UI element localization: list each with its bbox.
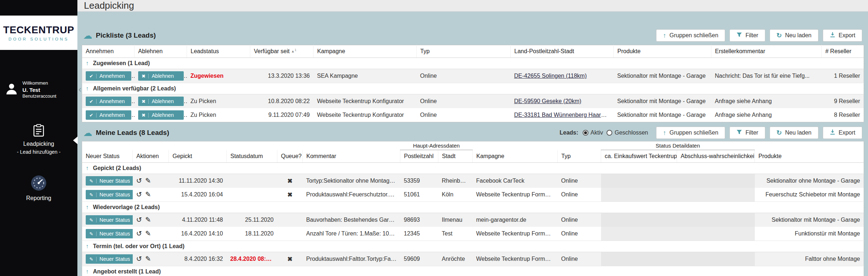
col-abschlusswahrscheinlichkeit[interactable]: Abschluss-wahrscheinlichkeit bbox=[677, 150, 755, 163]
reload-button[interactable]: ↻ Neu laden bbox=[770, 29, 818, 42]
col-typ[interactable]: Typ bbox=[417, 45, 511, 58]
filter-button[interactable]: Filter bbox=[729, 127, 765, 139]
annehmen-button[interactable]: ✔Annehmen bbox=[86, 97, 131, 106]
sidebar-item-leadpicking[interactable]: Leadpicking - Lead hinzufügen - bbox=[0, 124, 77, 155]
export-button[interactable]: Export bbox=[823, 127, 862, 139]
history-icon[interactable]: ↺ bbox=[136, 230, 142, 237]
col-aktionen[interactable]: Aktionen bbox=[133, 150, 169, 163]
radio-geschlossen-circle[interactable] bbox=[607, 130, 612, 136]
meine-leads-panel-header: ☁ Meine Leads (8 Leads) Leads: Aktiv Ges… bbox=[82, 124, 864, 141]
close-groups-button[interactable]: ↑ Gruppen schließen bbox=[656, 127, 725, 139]
ablehnen-button[interactable]: ✖Ablehnen bbox=[138, 71, 184, 81]
col-kampagne[interactable]: Kampagne bbox=[314, 45, 417, 58]
radio-aktiv[interactable]: Aktiv bbox=[583, 129, 603, 136]
col-produkte[interactable]: Produkte bbox=[614, 45, 711, 58]
neuer-status-button[interactable]: ✎Neuer Status bbox=[86, 215, 133, 225]
arrow-up-icon: ↑ bbox=[663, 32, 666, 39]
location-link[interactable]: DE-59590 Geseke (20km) bbox=[514, 98, 582, 104]
annehmen-button[interactable]: ✔Annehmen bbox=[86, 71, 131, 81]
location-link[interactable]: DE-33181 Bad Wünnenberg Haaren (37km) bbox=[514, 112, 614, 118]
col-land-plz-stadt[interactable]: Land-Postleitzahl-Stadt bbox=[511, 45, 614, 58]
collapse-group-icon[interactable]: ↑ bbox=[86, 268, 89, 275]
history-icon[interactable]: ↺ bbox=[136, 177, 142, 184]
collapse-group-icon[interactable]: ↑ bbox=[86, 243, 89, 249]
edit-icon[interactable]: ✎ bbox=[145, 230, 151, 237]
sidebar-collapse-chevron[interactable]: ‹ bbox=[78, 85, 81, 94]
annehmen-button[interactable]: ✔Annehmen bbox=[86, 110, 131, 120]
col-neuer-status[interactable]: Neuer Status bbox=[82, 150, 133, 163]
edit-icon[interactable]: ✎ bbox=[145, 255, 151, 263]
group-row-wiedervorlage: ↑Wiedervorlage (2 Leads) bbox=[82, 202, 864, 213]
col-typ[interactable]: Typ bbox=[558, 150, 601, 163]
ablehnen-button[interactable]: ✖Ablehnen bbox=[138, 110, 184, 120]
postleitzahl-cell: 98693 bbox=[400, 213, 438, 227]
edit-icon[interactable]: ✎ bbox=[145, 191, 151, 198]
resellers-cell: 1 Reseller bbox=[822, 69, 864, 83]
neuer-status-button[interactable]: ✎Neuer Status bbox=[86, 176, 133, 186]
kommentar-cell: Bauvorhaben: Bestehendes Garagentor soll… bbox=[303, 213, 400, 227]
einkaufswert-cell bbox=[601, 174, 677, 188]
arrow-up-icon: ↑ bbox=[663, 129, 666, 136]
kommentar-cell: Produktauswahl:Feuerschutztor.Tortyp:Feu… bbox=[303, 188, 400, 202]
products-cell: Sektionaltor mit Montage - Garage bbox=[614, 69, 711, 83]
history-icon[interactable]: ↺ bbox=[136, 255, 142, 263]
col-leadstatus[interactable]: Leadstatus bbox=[187, 45, 250, 58]
neuer-status-button[interactable]: ✎Neuer Status bbox=[86, 254, 133, 264]
leadpicking-label: Leadpicking bbox=[0, 141, 77, 147]
close-groups-button[interactable]: ↑ Gruppen schließen bbox=[656, 29, 725, 42]
edit-icon[interactable]: ✎ bbox=[145, 216, 151, 224]
col-gepickt[interactable]: Gepickt bbox=[169, 150, 227, 163]
comment-cell: Nachricht: Das Tor ist für eine Tiefg... bbox=[711, 69, 822, 83]
radio-geschlossen[interactable]: Geschlossen bbox=[607, 129, 648, 136]
add-lead-link[interactable]: - Lead hinzufügen - bbox=[0, 149, 77, 155]
group-row-gepickt: ↑Gepickt (2 Leads) bbox=[82, 163, 864, 174]
col-postleitzahl[interactable]: Postleitzahl bbox=[400, 150, 438, 163]
collapse-group-icon[interactable]: ↑ bbox=[86, 204, 89, 210]
edit-icon[interactable]: ✎ bbox=[145, 177, 151, 184]
col-einkaufswert[interactable]: ca. Einkaufswert Teckentrup bbox=[601, 150, 677, 163]
collapse-group-icon[interactable]: ↑ bbox=[86, 60, 89, 66]
col-reseller[interactable]: # Reseller bbox=[822, 45, 864, 58]
main-area: Leadpicking ☁ Pickliste (3 Leads) ↑ Grup… bbox=[77, 0, 868, 276]
col-statusdatum[interactable]: Statusdatum bbox=[227, 150, 277, 163]
produkte-cell: Feuerschutz Schiebetor mit Montage bbox=[755, 188, 864, 202]
history-icon[interactable]: ↺ bbox=[136, 191, 142, 198]
filter-funnel-icon bbox=[736, 129, 742, 136]
type-cell: Online bbox=[417, 108, 511, 122]
table-row: ✎Neuer Status ↺✎ 8.4.2020 16:32 28.4.202… bbox=[82, 252, 864, 266]
page-title: Leadpicking bbox=[84, 0, 134, 11]
col-stadt[interactable]: Stadt bbox=[438, 150, 473, 163]
collapse-group-icon[interactable]: ↑ bbox=[86, 85, 89, 92]
col-kommentar[interactable]: Kommentar bbox=[303, 150, 400, 163]
refresh-icon: ↻ bbox=[776, 129, 782, 136]
available-cell: 10.8.2020 08:22 bbox=[250, 94, 314, 109]
export-button[interactable]: Export bbox=[823, 29, 862, 42]
postleitzahl-cell: 12345 bbox=[400, 227, 438, 241]
pickliste-title: Pickliste (3 Leads) bbox=[96, 31, 156, 39]
leads-filter-label: Leads: bbox=[559, 129, 578, 136]
ablehnen-button[interactable]: ✖Ablehnen bbox=[138, 97, 184, 106]
collapse-group-icon[interactable]: ↑ bbox=[86, 165, 89, 171]
col-annehmen[interactable]: Annehmen bbox=[82, 45, 135, 58]
user-account[interactable]: Willkommen U. Test Benutzeraccount bbox=[0, 80, 77, 99]
col-kampagne[interactable]: Kampagne bbox=[473, 150, 558, 163]
statusdatum-cell: 18.11.2020 bbox=[227, 227, 277, 241]
reload-button[interactable]: ↻ Neu laden bbox=[770, 127, 818, 139]
gepickt-cell: 4.11.2020 11:48 bbox=[169, 213, 227, 227]
filter-button[interactable]: Filter bbox=[729, 29, 765, 42]
col-queue[interactable]: Queue? bbox=[277, 150, 303, 163]
typ-cell: Online bbox=[558, 227, 601, 241]
neuer-status-button[interactable]: ✎Neuer Status bbox=[86, 229, 133, 238]
sidebar-item-reporting[interactable]: Reporting bbox=[0, 175, 77, 201]
location-link[interactable]: DE-42655 Solingen (118km) bbox=[514, 73, 587, 79]
col-produkte[interactable]: Produkte bbox=[755, 150, 864, 163]
col-ablehnen[interactable]: Ablehnen bbox=[135, 45, 187, 58]
group-label: Angebot erstellt (1 Lead) bbox=[93, 268, 161, 275]
available-cell: 9.11.2020 07:49 bbox=[250, 108, 314, 122]
radio-aktiv-circle[interactable] bbox=[583, 130, 588, 136]
history-icon[interactable]: ↺ bbox=[136, 216, 142, 224]
refresh-icon: ↻ bbox=[776, 32, 782, 39]
col-erstellerkommentar[interactable]: Erstellerkommentar bbox=[711, 45, 822, 58]
col-verfuegbar-seit[interactable]: Verfügbar seit▲1 bbox=[250, 45, 314, 58]
neuer-status-button[interactable]: ✎Neuer Status bbox=[86, 190, 133, 199]
